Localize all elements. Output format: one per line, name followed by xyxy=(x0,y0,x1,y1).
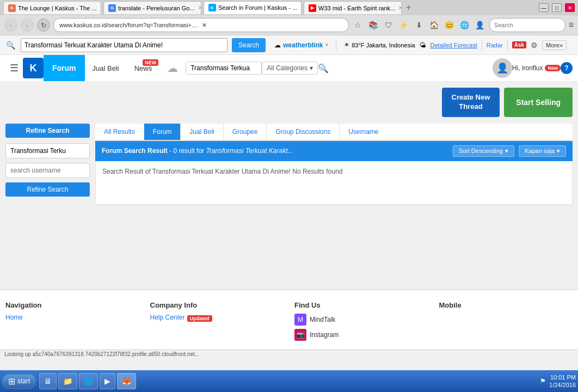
detailed-forecast-link[interactable]: Detailed Forecast xyxy=(431,42,477,48)
kaskus-logo[interactable]: K xyxy=(23,58,44,78)
tab-4[interactable]: ▶ W33 mid - Earth Spirit rank... ✕ xyxy=(304,1,402,14)
keyword-input[interactable] xyxy=(5,143,90,158)
weatherblink-widget: ☁ weatherblink + xyxy=(274,41,328,49)
radar-link[interactable]: Radar xyxy=(487,42,503,48)
footer-columns: Navigation Home Company Info Help Center… xyxy=(5,301,573,344)
cloud-nav-item[interactable]: ☁ xyxy=(159,55,186,81)
bookmark-icon[interactable]: 📚 xyxy=(367,19,379,31)
news-new-badge: NEW xyxy=(143,59,158,66)
left-panel: Refine Search Refine Search xyxy=(5,124,90,205)
divider3 xyxy=(507,40,508,51)
emoji-icon[interactable]: 😊 xyxy=(444,19,456,31)
main-content: Create NewThread Start Selling Refine Se… xyxy=(0,82,578,289)
main-search-button[interactable]: Search xyxy=(232,38,266,52)
browser-search-input[interactable] xyxy=(494,22,549,28)
tab-1[interactable]: K The Lounge | Kaskus - The ... ✕ xyxy=(3,1,101,14)
forward-button[interactable]: › xyxy=(21,19,34,32)
tab2-favicon: G xyxy=(108,4,116,12)
instagram-item[interactable]: 📷 Instagram xyxy=(294,329,428,341)
sun-icon: ☀ xyxy=(344,41,349,48)
tab-groupee[interactable]: Groupee xyxy=(224,124,267,140)
sort-descending-button[interactable]: Sort Descending ▾ xyxy=(453,145,514,157)
forum-nav-item[interactable]: Forum xyxy=(44,55,85,81)
sort-chevron-icon: ▾ xyxy=(505,148,508,155)
cloud-icon: ☁ xyxy=(167,62,178,75)
result-header-info: Forum Search Result - 0 result for Trans… xyxy=(102,147,293,155)
footer-navigation: Navigation Home xyxy=(5,301,139,344)
news-nav-item[interactable]: News NEW xyxy=(127,55,160,81)
status-text: Looking up a5c740a7676391318 7420b27122f… xyxy=(4,351,199,357)
instagram-label: Instagram xyxy=(310,331,339,339)
weather-icon-block: 🌤 xyxy=(420,41,426,49)
address-input[interactable]: www.kaskus.co.id/search/forum?q=Transfor… xyxy=(53,18,349,32)
weather-bar: 🔍 Search ☁ weatherblink + ☀ 83°F Jakarta… xyxy=(0,35,578,55)
help-center-link[interactable]: Help Center xyxy=(150,314,185,321)
tab3-favicon: K xyxy=(208,4,216,11)
settings-icon[interactable]: ⚙ xyxy=(531,41,538,50)
flash-icon[interactable]: ⚡ xyxy=(398,19,410,31)
download-icon[interactable]: ⬇ xyxy=(413,19,425,31)
refine-search-top-button[interactable]: Refine Search xyxy=(5,124,90,138)
tab-2[interactable]: G translate - Penelusuran Go... ✕ xyxy=(103,1,201,14)
user-info[interactable]: Hi, ironflux New xyxy=(512,64,561,72)
footer-company: Company Info Help Center Updated xyxy=(150,301,284,344)
main-search-input[interactable] xyxy=(24,41,224,49)
new-tab-button[interactable]: + xyxy=(404,3,413,13)
tab2-close[interactable]: ✕ xyxy=(198,5,201,11)
time-filter-button[interactable]: Kapan saja ▾ xyxy=(519,145,566,157)
shield-icon[interactable]: 🛡 xyxy=(383,19,395,31)
tab4-close[interactable]: ✕ xyxy=(398,5,402,11)
back-button[interactable]: ‹ xyxy=(4,19,17,32)
tab3-close[interactable]: ✕ xyxy=(300,5,302,11)
time-label: Kapan saja xyxy=(525,148,555,154)
address-bar-row: ‹ › ↻ www.kaskus.co.id/search/forum?q=Tr… xyxy=(0,15,578,35)
nav-search-input[interactable] xyxy=(186,62,262,75)
tab-username[interactable]: Username xyxy=(340,124,387,140)
forum-search-result-label: Forum Search Result xyxy=(102,147,168,155)
main-search-box[interactable] xyxy=(21,38,227,52)
tab-group-discussions[interactable]: Group Discussions xyxy=(267,124,340,140)
user-icon[interactable]: 👤 xyxy=(474,19,486,31)
tab-all-results[interactable]: All Results xyxy=(95,124,144,140)
jual-beli-nav-item[interactable]: Jual Beli xyxy=(85,55,127,81)
star-icon[interactable]: ☆ xyxy=(352,19,364,31)
browser-search-box[interactable] xyxy=(489,18,565,32)
user-avatar[interactable]: 👤 xyxy=(493,58,512,78)
nav-search-icon[interactable]: 🔍 xyxy=(318,63,329,74)
help-button[interactable]: ? xyxy=(561,62,573,74)
home-icon[interactable]: 🏠 xyxy=(428,19,440,31)
start-selling-button[interactable]: Start Selling xyxy=(504,88,573,117)
tab-3[interactable]: K Search in Forum | Kaskus - ... ✕ xyxy=(204,1,302,14)
user-new-badge: New xyxy=(545,65,561,71)
address-text: www.kaskus.co.id/search/forum?q=Transfor… xyxy=(59,22,200,28)
jual-beli-label: Jual Beli xyxy=(93,64,119,72)
username-input[interactable] xyxy=(5,163,90,178)
sort-label: Sort Descending xyxy=(459,148,503,154)
tab1-close[interactable]: ✕ xyxy=(100,5,101,11)
refresh-button[interactable]: ↻ xyxy=(37,19,50,32)
tab-jual-beli[interactable]: Jual Beli xyxy=(181,124,223,140)
mindtalk-item[interactable]: M MindTalk xyxy=(294,314,428,326)
maximize-button[interactable]: □ xyxy=(552,3,562,12)
hamburger-button[interactable]: ☰ xyxy=(5,62,23,74)
home-link[interactable]: Home xyxy=(5,314,139,321)
navigation-heading: Navigation xyxy=(5,301,139,309)
categories-dropdown[interactable]: All Categories ▾ xyxy=(262,62,318,75)
result-header: Forum Search Result - 0 result for Trans… xyxy=(95,141,573,161)
tab-forum[interactable]: Forum xyxy=(144,124,181,140)
browser-icons: ☆ 📚 🛡 ⚡ ⬇ 🏠 😊 🌐 👤 xyxy=(352,19,486,31)
more-button[interactable]: More» xyxy=(542,40,567,50)
weather-icon: ☁ xyxy=(274,41,281,49)
minimize-button[interactable]: — xyxy=(539,3,549,12)
company-heading: Company Info xyxy=(150,301,284,309)
tab3-label: Search in Forum | Kaskus - ... xyxy=(218,4,297,11)
address-clear[interactable]: ✕ xyxy=(202,22,342,29)
browser-menu-button[interactable]: ≡ xyxy=(569,20,574,30)
create-thread-button[interactable]: Create NewThread xyxy=(442,88,500,117)
close-button[interactable]: ✕ xyxy=(565,3,575,12)
search-tabs: All Results Forum Jual Beli Groupee Grou… xyxy=(95,124,573,141)
superscript: + xyxy=(325,42,328,48)
refine-search-bottom-button[interactable]: Refine Search xyxy=(5,182,90,197)
divider2 xyxy=(482,40,482,51)
globe-icon[interactable]: 🌐 xyxy=(459,19,471,31)
